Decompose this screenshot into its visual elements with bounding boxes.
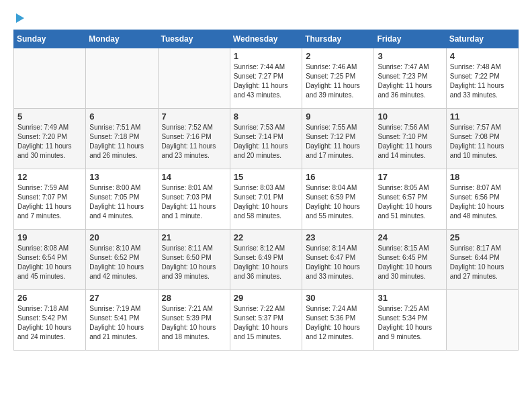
- cell-content: Sunrise: 7:46 AM Sunset: 7:25 PM Dayligh…: [306, 62, 370, 100]
- calendar-header-saturday: Saturday: [446, 30, 518, 48]
- day-number: 13: [89, 172, 154, 182]
- calendar-cell: 9Sunrise: 7:55 AM Sunset: 7:12 PM Daylig…: [302, 109, 374, 169]
- calendar-cell: 16Sunrise: 8:04 AM Sunset: 6:59 PM Dayli…: [302, 169, 374, 230]
- calendar-cell: 3Sunrise: 7:47 AM Sunset: 7:23 PM Daylig…: [374, 48, 446, 109]
- cell-content: Sunrise: 7:55 AM Sunset: 7:12 PM Dayligh…: [306, 123, 370, 161]
- calendar-header-sunday: Sunday: [14, 30, 86, 48]
- calendar-header-tuesday: Tuesday: [158, 30, 230, 48]
- day-number: 22: [234, 232, 298, 242]
- calendar-cell: 22Sunrise: 8:12 AM Sunset: 6:49 PM Dayli…: [230, 230, 302, 290]
- calendar-header-monday: Monday: [86, 30, 158, 48]
- calendar-week-row: 5Sunrise: 7:49 AM Sunset: 7:20 PM Daylig…: [14, 109, 519, 169]
- day-number: 25: [450, 232, 515, 242]
- calendar-cell: 19Sunrise: 8:08 AM Sunset: 6:54 PM Dayli…: [14, 230, 86, 290]
- cell-content: Sunrise: 7:25 AM Sunset: 5:34 PM Dayligh…: [378, 304, 442, 342]
- calendar-cell: 14Sunrise: 8:01 AM Sunset: 7:03 PM Dayli…: [158, 169, 230, 230]
- cell-content: Sunrise: 7:49 AM Sunset: 7:20 PM Dayligh…: [17, 123, 82, 161]
- calendar-cell: 27Sunrise: 7:19 AM Sunset: 5:41 PM Dayli…: [86, 290, 158, 351]
- day-number: 31: [378, 293, 442, 303]
- cell-content: Sunrise: 7:48 AM Sunset: 7:22 PM Dayligh…: [450, 62, 515, 100]
- cell-content: Sunrise: 7:53 AM Sunset: 7:14 PM Dayligh…: [234, 123, 298, 161]
- cell-content: Sunrise: 7:56 AM Sunset: 7:10 PM Dayligh…: [378, 123, 442, 161]
- calendar-cell: 17Sunrise: 8:05 AM Sunset: 6:57 PM Dayli…: [374, 169, 446, 230]
- calendar-cell: 31Sunrise: 7:25 AM Sunset: 5:34 PM Dayli…: [374, 290, 446, 351]
- calendar-week-row: 26Sunrise: 7:18 AM Sunset: 5:42 PM Dayli…: [14, 290, 519, 351]
- cell-content: Sunrise: 8:03 AM Sunset: 7:01 PM Dayligh…: [234, 183, 298, 221]
- calendar-cell: 30Sunrise: 7:24 AM Sunset: 5:36 PM Dayli…: [302, 290, 374, 351]
- day-number: 20: [89, 232, 154, 242]
- calendar-cell: 23Sunrise: 8:14 AM Sunset: 6:47 PM Dayli…: [302, 230, 374, 290]
- calendar-table: SundayMondayTuesdayWednesdayThursdayFrid…: [13, 30, 519, 351]
- cell-content: Sunrise: 8:08 AM Sunset: 6:54 PM Dayligh…: [17, 244, 82, 281]
- day-number: 24: [378, 232, 442, 242]
- day-number: 9: [306, 111, 370, 122]
- calendar-cell: [14, 48, 86, 109]
- cell-content: Sunrise: 7:59 AM Sunset: 7:07 PM Dayligh…: [17, 183, 82, 221]
- day-number: 26: [17, 293, 82, 303]
- day-number: 12: [17, 172, 82, 182]
- calendar-cell: [446, 290, 518, 351]
- calendar-cell: 1Sunrise: 7:44 AM Sunset: 7:27 PM Daylig…: [230, 48, 302, 109]
- calendar-cell: 25Sunrise: 8:17 AM Sunset: 6:44 PM Dayli…: [446, 230, 518, 290]
- day-number: 8: [234, 111, 298, 122]
- cell-content: Sunrise: 7:44 AM Sunset: 7:27 PM Dayligh…: [234, 62, 298, 100]
- day-number: 14: [162, 172, 226, 182]
- day-number: 2: [306, 51, 370, 61]
- cell-content: Sunrise: 7:47 AM Sunset: 7:23 PM Dayligh…: [378, 62, 442, 100]
- cell-content: Sunrise: 7:24 AM Sunset: 5:36 PM Dayligh…: [306, 304, 370, 342]
- day-number: 11: [450, 111, 515, 122]
- calendar-cell: 8Sunrise: 7:53 AM Sunset: 7:14 PM Daylig…: [230, 109, 302, 169]
- calendar-header-friday: Friday: [374, 30, 446, 48]
- calendar-cell: 21Sunrise: 8:11 AM Sunset: 6:50 PM Dayli…: [158, 230, 230, 290]
- day-number: 17: [378, 172, 442, 182]
- day-number: 15: [234, 172, 298, 182]
- day-number: 7: [162, 111, 226, 122]
- calendar-header-row: SundayMondayTuesdayWednesdayThursdayFrid…: [14, 30, 519, 48]
- day-number: 30: [306, 293, 370, 303]
- calendar-cell: 13Sunrise: 8:00 AM Sunset: 7:05 PM Dayli…: [86, 169, 158, 230]
- calendar-cell: 12Sunrise: 7:59 AM Sunset: 7:07 PM Dayli…: [14, 169, 86, 230]
- day-number: 21: [162, 232, 226, 242]
- cell-content: Sunrise: 7:52 AM Sunset: 7:16 PM Dayligh…: [162, 123, 226, 161]
- cell-content: Sunrise: 7:57 AM Sunset: 7:08 PM Dayligh…: [450, 123, 515, 161]
- calendar-week-row: 12Sunrise: 7:59 AM Sunset: 7:07 PM Dayli…: [14, 169, 519, 230]
- day-number: 19: [17, 232, 82, 242]
- cell-content: Sunrise: 8:01 AM Sunset: 7:03 PM Dayligh…: [162, 183, 226, 221]
- cell-content: Sunrise: 7:18 AM Sunset: 5:42 PM Dayligh…: [17, 304, 82, 342]
- logo-arrow-icon: [16, 13, 24, 23]
- calendar-week-row: 19Sunrise: 8:08 AM Sunset: 6:54 PM Dayli…: [14, 230, 519, 290]
- calendar-week-row: 1Sunrise: 7:44 AM Sunset: 7:27 PM Daylig…: [14, 48, 519, 109]
- calendar-cell: 18Sunrise: 8:07 AM Sunset: 6:56 PM Dayli…: [446, 169, 518, 230]
- cell-content: Sunrise: 8:15 AM Sunset: 6:45 PM Dayligh…: [378, 244, 442, 281]
- calendar-cell: 29Sunrise: 7:22 AM Sunset: 5:37 PM Dayli…: [230, 290, 302, 351]
- calendar-header-thursday: Thursday: [302, 30, 374, 48]
- page-header: [13, 13, 519, 23]
- day-number: 29: [234, 293, 298, 303]
- calendar-cell: 20Sunrise: 8:10 AM Sunset: 6:52 PM Dayli…: [86, 230, 158, 290]
- day-number: 18: [450, 172, 515, 182]
- day-number: 10: [378, 111, 442, 122]
- cell-content: Sunrise: 8:10 AM Sunset: 6:52 PM Dayligh…: [89, 244, 154, 281]
- cell-content: Sunrise: 8:05 AM Sunset: 6:57 PM Dayligh…: [378, 183, 442, 221]
- day-number: 1: [234, 51, 298, 61]
- day-number: 16: [306, 172, 370, 182]
- cell-content: Sunrise: 7:22 AM Sunset: 5:37 PM Dayligh…: [234, 304, 298, 342]
- calendar-cell: 10Sunrise: 7:56 AM Sunset: 7:10 PM Dayli…: [374, 109, 446, 169]
- calendar-cell: 7Sunrise: 7:52 AM Sunset: 7:16 PM Daylig…: [158, 109, 230, 169]
- cell-content: Sunrise: 8:04 AM Sunset: 6:59 PM Dayligh…: [306, 183, 370, 221]
- day-number: 6: [89, 111, 154, 122]
- cell-content: Sunrise: 8:14 AM Sunset: 6:47 PM Dayligh…: [306, 244, 370, 281]
- calendar-cell: [158, 48, 230, 109]
- cell-content: Sunrise: 8:12 AM Sunset: 6:49 PM Dayligh…: [234, 244, 298, 281]
- calendar-cell: 24Sunrise: 8:15 AM Sunset: 6:45 PM Dayli…: [374, 230, 446, 290]
- day-number: 23: [306, 232, 370, 242]
- calendar-cell: 15Sunrise: 8:03 AM Sunset: 7:01 PM Dayli…: [230, 169, 302, 230]
- cell-content: Sunrise: 7:19 AM Sunset: 5:41 PM Dayligh…: [89, 304, 154, 342]
- calendar-cell: 28Sunrise: 7:21 AM Sunset: 5:39 PM Dayli…: [158, 290, 230, 351]
- day-number: 5: [17, 111, 82, 122]
- day-number: 3: [378, 51, 442, 61]
- cell-content: Sunrise: 8:00 AM Sunset: 7:05 PM Dayligh…: [89, 183, 154, 221]
- day-number: 28: [162, 293, 226, 303]
- calendar-cell: 4Sunrise: 7:48 AM Sunset: 7:22 PM Daylig…: [446, 48, 518, 109]
- calendar-header-wednesday: Wednesday: [230, 30, 302, 48]
